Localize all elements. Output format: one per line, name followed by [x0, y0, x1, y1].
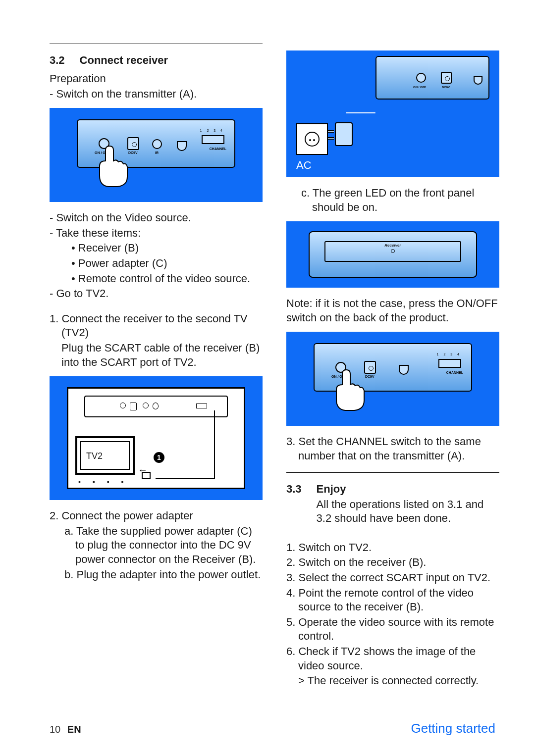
receiver-back-strip — [84, 396, 228, 417]
section-title: Connect receiver — [80, 54, 168, 67]
channel-numbers: 1 2 3 4 — [200, 129, 224, 132]
ir-label: IR — [155, 151, 159, 154]
channel-label: CHANNEL — [210, 147, 226, 151]
callout-badge-1: 1 — [154, 452, 164, 463]
receiver-back-illustration: ON / OFF DC9V — [375, 56, 489, 100]
ac-label: AC — [296, 159, 328, 172]
enjoy-step-2: 2. Switch on the receiver (B). — [286, 555, 499, 570]
section33-intro: All the operations listed on 3.1 and 3.2… — [317, 498, 499, 526]
right-column: ON / OFF DC9V AC — [286, 44, 499, 689]
channel-switch-icon — [202, 135, 224, 144]
enjoy-step-5: 5. Operate the video source with its rem… — [286, 615, 499, 644]
led-indicator-icon — [391, 249, 395, 253]
receiver-front-illustration: Receiver — [309, 231, 477, 278]
channel-switch-icon — [438, 359, 461, 368]
tv2-icon: TV2 ▪ ▪ ▪ ▪ — [75, 436, 135, 483]
onoff-label: ON / OFF — [413, 86, 426, 89]
arrow-left-icon: ← — [138, 464, 148, 476]
section-rule — [286, 472, 499, 473]
item-adapter: • Power adapter (C) — [50, 256, 263, 271]
hand-pointing-icon — [314, 380, 472, 414]
channel-numbers: 1 2 3 4 — [437, 353, 461, 356]
two-column-layout: 3.2 Connect receiver Preparation - Switc… — [50, 44, 495, 689]
section-number: 3.2 — [50, 54, 65, 67]
prep-goto-tv2: - Go to TV2. — [50, 287, 263, 301]
step2-c: c. The green LED on the front panel shou… — [286, 186, 499, 214]
enjoy-step-4: 4. Point the remote control of the video… — [286, 586, 499, 614]
step2-block: 2. Connect the power adapter a. Take the… — [50, 509, 263, 582]
section-number: 3.3 — [286, 483, 302, 496]
language-code: EN — [67, 724, 81, 735]
figure-switch-on-transmitter: ON / OFF DC9V IR 1 2 3 4 CHANNEL — [50, 108, 263, 202]
document-page: 3.2 Connect receiver Preparation - Switc… — [0, 0, 535, 756]
note-block: Note: if it is not the case, press the O… — [286, 297, 499, 325]
section-3-2-heading: 3.2 Connect receiver — [50, 54, 263, 67]
step1-text: Plug the SCART cable of the receiver (B)… — [50, 341, 263, 369]
enjoy-step-3: 3. Select the correct SCART input on TV2… — [286, 571, 499, 585]
page-footer: 10 EN Getting started — [50, 721, 495, 736]
step1-block: 1. Connect the receiver to the second TV… — [50, 312, 263, 369]
enjoy-step-6: 6. Check if TV2 shows the image of the v… — [286, 645, 499, 673]
tv2-label: TV2 — [86, 451, 103, 461]
step3-text: 3. Set the CHANNEL switch to the same nu… — [286, 435, 499, 463]
tv-connection-diagram: ← 1 TV2 ▪ ▪ ▪ ▪ — [67, 387, 245, 489]
note-text: Note: if it is not the case, press the O… — [286, 297, 499, 325]
scart-port-icon — [474, 76, 482, 85]
receiver-label: Receiver — [384, 243, 401, 248]
prep-switch-tx: - Switch on the transmitter (A). — [50, 87, 263, 101]
enjoy-steps: 1. Switch on TV2. 2. Switch on the recei… — [286, 541, 499, 688]
prep-take-items: - Take these items: — [50, 226, 263, 241]
enjoy-step-1: 1. Switch on TV2. — [286, 541, 499, 555]
figure-scart-to-tv2: ← 1 TV2 ▪ ▪ ▪ ▪ — [50, 376, 263, 500]
ac-plug-icon — [335, 122, 358, 172]
prep-switch-video: - Switch on the Video source. — [50, 211, 263, 225]
section-3-3-heading: 3.3 Enjoy All the operations listed on 3… — [286, 483, 499, 526]
scart-cable-icon — [214, 410, 215, 479]
preparation-continued: - Switch on the Video source. - Take the… — [50, 211, 263, 301]
step1-title: 1. Connect the receiver to the second TV… — [50, 312, 263, 340]
scart-port-icon — [399, 365, 409, 375]
preparation-label: Preparation — [50, 72, 263, 86]
item-receiver: • Receiver (B) — [50, 241, 263, 255]
power-button-icon — [416, 73, 426, 83]
item-remote: • Remote control of the video source. — [50, 272, 263, 286]
hand-pointing-icon — [77, 156, 235, 191]
ir-port-icon — [152, 139, 162, 149]
step3-block: 3. Set the CHANNEL switch to the same nu… — [286, 435, 499, 463]
step2c-block: c. The green LED on the front panel shou… — [286, 186, 499, 214]
step2-a: a. Take the supplied power adapter (C) t… — [50, 524, 263, 567]
step2-b: b. Plug the adapter into the power outle… — [50, 568, 263, 582]
scart-port-icon — [177, 141, 187, 151]
chapter-title: Getting started — [411, 721, 495, 736]
preparation-block: Preparation - Switch on the transmitter … — [50, 72, 263, 101]
step2-title: 2. Connect the power adapter — [50, 509, 263, 523]
left-column: 3.2 Connect receiver Preparation - Switc… — [50, 44, 263, 689]
section-rule — [50, 44, 263, 44]
dc-port-icon — [441, 72, 452, 84]
dc9v-label: DC9V — [442, 86, 450, 89]
enjoy-step-6-result: > The receiver is connected correctly. — [286, 674, 499, 688]
page-number: 10 — [50, 724, 60, 735]
section-title: Enjoy — [317, 483, 499, 496]
figure-led-on: Receiver — [286, 221, 499, 288]
channel-label: CHANNEL — [446, 371, 463, 374]
figure-power-adapter: ON / OFF DC9V AC — [286, 50, 499, 177]
ac-outlet-icon — [296, 123, 328, 155]
figure-press-onoff: ON / OFF DC9V 1 2 3 4 CHANNEL — [286, 332, 499, 426]
